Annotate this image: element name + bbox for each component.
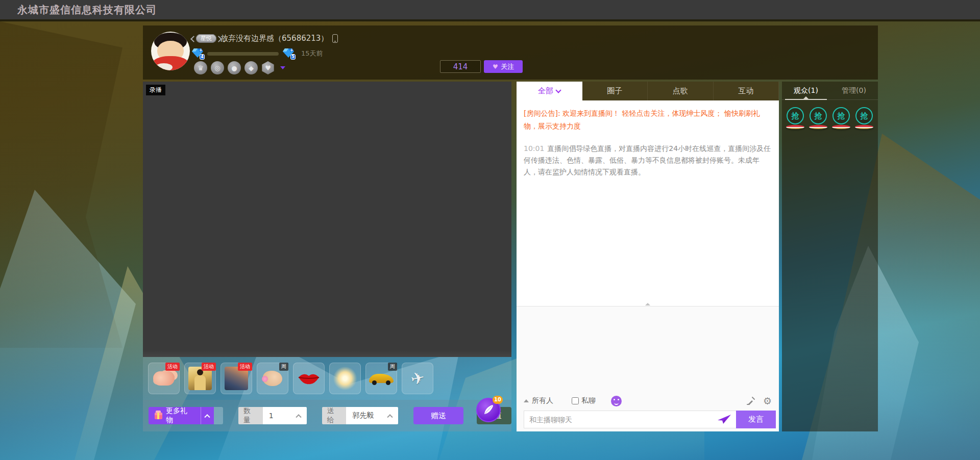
tab-viewers[interactable]: 观众(1) (782, 82, 830, 99)
grab-seat-label: 抢 (832, 107, 850, 124)
gift-item[interactable]: ✈ (402, 363, 433, 394)
seat-base (855, 125, 873, 129)
grab-seat-label: 抢 (810, 107, 827, 124)
compass-medal-icon: ◆ (244, 61, 258, 74)
audience-selector[interactable]: 所有人 (524, 396, 553, 405)
grab-seat[interactable]: 抢 (855, 107, 873, 129)
level-next-badge: 5 (290, 54, 296, 60)
send-gift-button[interactable]: 赠送 (413, 407, 463, 424)
svg-text:+: + (290, 48, 293, 53)
gift-item[interactable] (293, 363, 325, 394)
chat-input-wrap (524, 411, 736, 428)
private-chat-toggle[interactable]: 私聊 (572, 396, 596, 405)
chat-lower-area: 所有人 私聊 ⚙ 发言 (517, 306, 779, 431)
titlebar-divider (0, 19, 980, 21)
tab-interaction-label: 互动 (738, 86, 753, 96)
grab-seat[interactable]: 抢 (786, 107, 804, 129)
medals-dropdown-icon[interactable] (280, 66, 285, 69)
grab-seat-label: 抢 (787, 107, 804, 124)
level-current-badge: 4 (200, 54, 205, 60)
gift-badge: 周 (388, 363, 397, 371)
bracelet-hand-gift-icon (263, 371, 282, 386)
video-player[interactable]: 录播 (143, 82, 511, 357)
quantity-label: 数量 (238, 407, 263, 424)
follow-button[interactable]: ♥ 关注 (484, 60, 523, 73)
chat-tabs: 全部 圈子 点歌 互动 (517, 82, 779, 100)
gift-item[interactable] (329, 363, 361, 394)
triangle-up-icon (524, 399, 529, 402)
feather-count-badge: 10 (493, 396, 503, 404)
viewers-tab-label: 观众(1) (794, 86, 818, 95)
chevron-down-icon (555, 87, 561, 93)
follow-label: 关注 (501, 62, 514, 71)
feather-gift-button[interactable]: 10 (476, 398, 501, 422)
system-message: 10:01直播间倡导绿色直播，对直播内容进行24小时在线巡查，直播间涉及任何传播… (524, 143, 772, 178)
send-to-value: 郭先毅 (346, 407, 386, 424)
level-gem-icon: + 4 (192, 48, 203, 59)
grab-seat-label: 抢 (855, 107, 873, 124)
hot-value: 414 (440, 60, 481, 73)
private-chat-checkbox[interactable] (572, 397, 579, 404)
gift-control-row: 更多礼物 数量 1 送给 郭先毅 赠送 充值 10 (143, 400, 511, 431)
streamer-header: 星悦 放弃没有边界感（65686213） + 4 + 5 15天前 ♛ ◎ ● … (143, 25, 878, 80)
streamer-avatar[interactable] (151, 32, 190, 70)
chevron-up-icon (387, 414, 393, 420)
chat-controls: 所有人 私聊 ⚙ (524, 394, 772, 408)
audience-selector-label: 所有人 (532, 396, 553, 405)
seat-base (832, 125, 850, 129)
clear-chat-icon[interactable] (746, 396, 756, 405)
gift-item[interactable]: 活动 (220, 363, 252, 394)
tab-song-label: 点歌 (673, 86, 688, 96)
chat-input[interactable] (524, 411, 736, 428)
announcement-prefix: [房间公告]: (524, 109, 560, 117)
seat-base (786, 125, 804, 129)
send-message-button[interactable]: 发言 (736, 411, 776, 428)
red-lips-gift-icon (297, 371, 321, 386)
heart-icon: ♥ (493, 63, 498, 70)
hat-medal-icon: ◎ (211, 61, 224, 74)
medals-row: ♛ ◎ ● ◆ ♥ (194, 61, 285, 74)
resize-up-icon (645, 303, 650, 305)
message-timestamp: 10:01 (524, 144, 544, 152)
seat-base (809, 125, 827, 129)
quantity-value: 1 (263, 407, 295, 424)
grab-seat[interactable]: 抢 (809, 107, 827, 129)
tab-admins[interactable]: 管理(0) (830, 82, 878, 99)
level-progress-bar (207, 52, 279, 56)
quantity-dropdown-button[interactable] (295, 407, 307, 424)
system-message-text: 直播间倡导绿色直播，对直播内容进行24小时在线巡查，直播间涉及任何传播违法、色情… (524, 144, 771, 176)
grab-seat[interactable]: 抢 (832, 107, 850, 129)
tab-circle[interactable]: 圈子 (582, 82, 648, 100)
emoji-button[interactable] (611, 396, 622, 406)
room-announcement: [房间公告]: 欢迎来到直播间！ 轻轻点击关注，体现绅士风度； 愉快刷刷礼物，展… (524, 107, 772, 133)
tab-interaction[interactable]: 互动 (714, 82, 779, 100)
fan-club-badge: 星悦 (196, 34, 216, 43)
sports-car-gift-icon (369, 374, 394, 383)
viewer-seats: 抢 抢 抢 抢 (782, 100, 878, 129)
gift-item[interactable]: 活动 (184, 363, 216, 394)
gift-item[interactable]: 周 (257, 363, 288, 394)
send-to-selector[interactable]: 送给 郭先毅 (322, 407, 399, 424)
pink-cloud-gift-icon (153, 371, 175, 386)
send-plane-icon[interactable] (718, 415, 731, 425)
gift-section: 活动 活动 活动 周 (143, 357, 511, 431)
gift-item[interactable]: 周 (365, 363, 397, 394)
quantity-stepper[interactable]: 数量 1 (238, 407, 307, 424)
chevron-up-icon (205, 414, 210, 420)
tab-all[interactable]: 全部 (517, 82, 582, 100)
next-level-gem-icon: + 5 (283, 48, 294, 59)
more-gifts-button[interactable]: 更多礼物 (149, 407, 223, 424)
gift-badge: 活动 (238, 363, 252, 371)
last-live-time: 15天前 (301, 49, 323, 58)
streamer-name: 放弃没有边界感（65686213） (220, 34, 328, 43)
more-gifts-expand-button[interactable] (201, 407, 214, 424)
trophy-medal-icon: ♛ (194, 61, 207, 74)
balloon-medal-icon: ● (228, 61, 241, 74)
gift-item[interactable]: 活动 (148, 363, 180, 394)
gear-icon[interactable]: ⚙ (763, 396, 772, 406)
tab-song-request[interactable]: 点歌 (648, 82, 714, 100)
record-status-badge: 录播 (146, 85, 165, 95)
send-to-dropdown-button[interactable] (386, 407, 398, 424)
send-to-label: 送给 (322, 407, 347, 424)
gift-row: 活动 活动 活动 周 (143, 357, 511, 400)
